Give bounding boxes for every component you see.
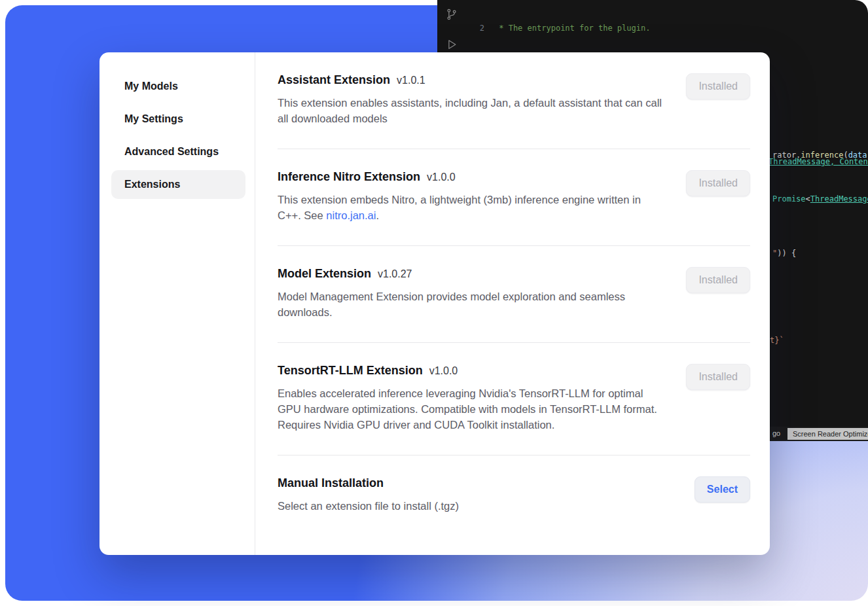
code-token: < — [806, 194, 810, 204]
sidebar-item-label: My Models — [124, 80, 178, 92]
sidebar-item-label: Advanced Settings — [124, 146, 219, 158]
code-token: Promise — [772, 194, 806, 204]
screen-reader-badge[interactable]: Screen Reader Optimize — [787, 428, 868, 440]
extension-title: Manual Installation — [278, 476, 384, 490]
code-token: ( — [843, 151, 848, 160]
extension-title-row: TensortRT-LLM Extensionv1.0.0 — [278, 364, 665, 378]
extension-title-row: Assistant Extensionv1.0.1 — [278, 73, 665, 87]
nitro-jan-ai-link[interactable]: nitro.jan.ai — [326, 209, 376, 221]
extension-item-manual-install: Manual Installation Select an extension … — [278, 455, 750, 536]
code-token: )) { — [777, 249, 796, 258]
settings-modal: My Models My Settings Advanced Settings … — [99, 52, 770, 555]
extension-texts: Assistant Extensionv1.0.1 This extension… — [278, 73, 665, 126]
extension-description: This extension enables assistants, inclu… — [278, 95, 665, 126]
extension-title: TensortRT-LLM Extension — [278, 364, 423, 377]
extension-texts: TensortRT-LLM Extensionv1.0.0 Enables ac… — [278, 364, 665, 433]
sidebar-item-my-models[interactable]: My Models — [111, 72, 245, 101]
extension-texts: Manual Installation Select an extension … — [278, 476, 665, 514]
installed-button[interactable]: Installed — [686, 73, 750, 99]
extension-version: v1.0.1 — [397, 75, 425, 86]
line-number: 2 — [469, 23, 484, 34]
extension-title-row: Inference Nitro Extensionv1.0.0 — [278, 170, 665, 184]
extension-title: Inference Nitro Extension — [278, 170, 420, 183]
select-button[interactable]: Select — [695, 476, 750, 503]
installed-button[interactable]: Installed — [686, 364, 750, 390]
installed-button[interactable]: Installed — [686, 267, 750, 293]
extension-title-row: Model Extensionv1.0.27 — [278, 267, 665, 281]
extensions-panel: Assistant Extensionv1.0.1 This extension… — [255, 52, 770, 555]
extension-description: This extension embeds Nitro, a lightweig… — [278, 192, 665, 223]
extension-version: v1.0.0 — [427, 171, 456, 183]
settings-sidebar: My Models My Settings Advanced Settings … — [99, 52, 255, 555]
description-text: . — [376, 209, 379, 221]
extension-title: Assistant Extension — [278, 73, 390, 86]
code-token: inference — [801, 151, 843, 160]
extension-version: v1.0.0 — [429, 365, 458, 376]
sidebar-item-label: My Settings — [124, 113, 183, 125]
code-fragment: ")) { — [772, 249, 796, 258]
code-token: ThreadMessage — [810, 194, 868, 204]
installed-button[interactable]: Installed — [686, 170, 750, 196]
extension-title: Model Extension — [278, 267, 371, 280]
run-debug-icon[interactable] — [445, 38, 458, 54]
code-fragment: rator.inference(data)); — [772, 151, 868, 160]
extension-item-assistant: Assistant Extensionv1.0.1 This extension… — [278, 52, 750, 149]
code-token: data — [848, 151, 867, 160]
sidebar-item-extensions[interactable]: Extensions — [111, 170, 245, 199]
extension-item-nitro: Inference Nitro Extensionv1.0.0 This ext… — [278, 149, 750, 246]
extension-description: Select an extension file to install (.tg… — [278, 498, 665, 514]
sidebar-item-my-settings[interactable]: My Settings — [111, 105, 245, 134]
extension-description: Model Management Extension provides mode… — [278, 289, 665, 320]
status-text: go — [772, 429, 780, 437]
extension-version: v1.0.27 — [378, 268, 412, 279]
extension-description: Enables accelerated inference leveraging… — [278, 385, 665, 433]
code-fragment: Promise<ThreadMessage> — [772, 194, 868, 204]
sidebar-item-label: Extensions — [124, 179, 180, 190]
marketing-composite: 2 * The entrypoint for the plugin. 3 */ … — [0, 0, 868, 606]
code-fragment: t}` — [770, 336, 784, 345]
code-text: * The entrypoint for the plugin. — [494, 23, 650, 34]
extension-texts: Model Extensionv1.0.27 Model Management … — [278, 267, 665, 320]
extension-item-model: Model Extensionv1.0.27 Model Management … — [278, 246, 750, 343]
code-token: t}` — [770, 336, 784, 345]
code-line: 2 * The entrypoint for the plugin. — [469, 23, 868, 34]
extension-title-row: Manual Installation — [278, 476, 665, 490]
code-token: rator. — [772, 151, 801, 160]
extension-item-tensorrt: TensortRT-LLM Extensionv1.0.0 Enables ac… — [278, 343, 750, 455]
sidebar-item-advanced-settings[interactable]: Advanced Settings — [111, 137, 245, 166]
extension-texts: Inference Nitro Extensionv1.0.0 This ext… — [278, 170, 665, 223]
source-control-icon[interactable] — [445, 8, 458, 24]
